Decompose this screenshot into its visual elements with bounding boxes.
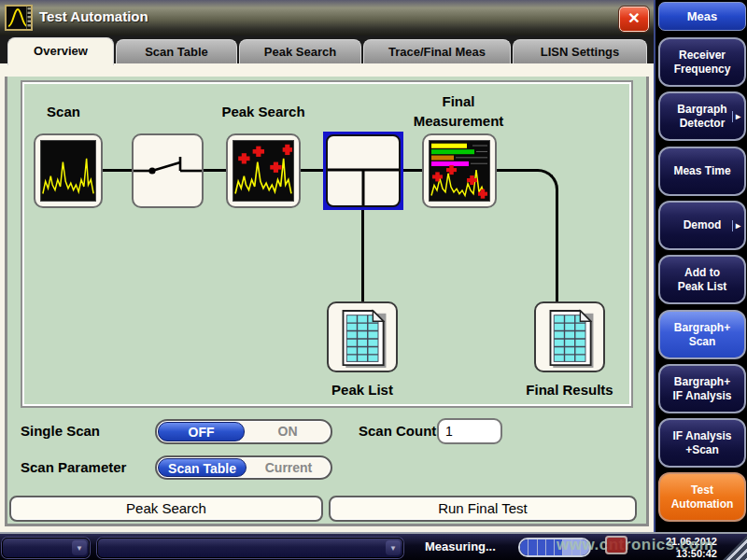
date-time: 21.06.2012 13:50:42 xyxy=(666,536,717,560)
final-results-block[interactable] xyxy=(534,301,605,372)
progress-segment xyxy=(546,539,555,555)
peak-search-button[interactable]: Peak Search xyxy=(9,496,323,522)
peak-list-label: Peak List xyxy=(306,380,418,399)
progress-segment xyxy=(555,539,563,555)
test-automation-window: Test Automation ✕ Overview Scan Table Pe… xyxy=(0,0,747,560)
flow-line-to-peak-list xyxy=(361,208,364,301)
table-document-icon xyxy=(336,307,392,371)
resize-grip[interactable] xyxy=(723,536,747,560)
scan-parameter-label: Scan Parameter xyxy=(21,459,126,475)
softkey-add-to-peak-list[interactable]: Add to Peak List xyxy=(658,255,746,304)
progress-segment xyxy=(581,539,589,555)
submenu-arrow-icon: ▸ xyxy=(732,111,740,122)
softkey-bargraph-detector[interactable]: Bargraph Detector ▸ xyxy=(658,91,746,141)
progress-segment xyxy=(520,539,529,555)
peak-search-trace-icon xyxy=(233,140,294,202)
window-title: Test Automation xyxy=(39,8,148,24)
date-text: 21.06.2012 xyxy=(666,536,717,548)
switch-block[interactable] xyxy=(132,133,204,208)
run-final-test-button[interactable]: Run Final Test xyxy=(329,496,637,522)
peak-list-block[interactable] xyxy=(327,301,398,372)
single-scan-toggle: OFF ON xyxy=(155,419,332,444)
final-results-label: Final Results xyxy=(504,380,635,399)
softkey-sidebar: Meas Receiver Frequency Bargraph Detecto… xyxy=(654,0,747,532)
switch-icon xyxy=(134,135,202,206)
tab-scan-table[interactable]: Scan Table xyxy=(116,39,237,63)
status-bar: ▼ ▼ Measuring... 21.06.2012 13:50:42 xyxy=(0,532,747,560)
softkey-menu-title: Meas xyxy=(658,2,746,31)
tab-lisn-settings[interactable]: LISN Settings xyxy=(513,39,647,63)
scan-trace-icon xyxy=(40,140,96,202)
chevron-down-icon: ▼ xyxy=(386,540,401,555)
single-scan-off-option[interactable]: OFF xyxy=(158,422,245,441)
tab-overview[interactable]: Overview xyxy=(7,37,114,65)
single-scan-on-option[interactable]: ON xyxy=(246,422,330,441)
progress-segment xyxy=(572,539,581,555)
softkey-bargraph-if-analysis[interactable]: Bargraph+ IF Analysis xyxy=(658,364,746,413)
flow-line xyxy=(202,169,228,172)
softkey-demod[interactable]: Demod ▸ xyxy=(658,201,746,250)
close-icon: ✕ xyxy=(627,10,640,26)
time-text: 13:50:42 xyxy=(666,548,717,560)
scan-parameter-toggle: Scan Table Current xyxy=(155,455,332,480)
progress-segment xyxy=(563,539,571,555)
junction-block-frame xyxy=(326,134,401,207)
flow-line-corner xyxy=(526,169,558,214)
scan-parameter-current-option[interactable]: Current xyxy=(247,458,330,477)
chevron-down-icon: ▼ xyxy=(72,540,87,555)
single-scan-label: Single Scan xyxy=(21,423,100,439)
tab-trace-final-meas[interactable]: Trace/Final Meas xyxy=(363,39,511,63)
softkey-meas-time[interactable]: Meas Time xyxy=(658,147,746,196)
app-spectrum-icon xyxy=(5,4,33,32)
progress-segment xyxy=(538,539,546,555)
scan-count-input[interactable] xyxy=(437,418,502,444)
peak-search-block[interactable] xyxy=(226,133,301,208)
status-dropdown-center[interactable]: ▼ xyxy=(97,538,403,558)
final-measurement-screen-icon xyxy=(429,140,490,202)
softkey-if-analysis-scan[interactable]: IF Analysis +Scan xyxy=(658,418,746,468)
scan-count-label: Scan Count xyxy=(359,423,436,439)
scan-parameter-scan-table-option[interactable]: Scan Table xyxy=(158,458,247,477)
softkey-bargraph-scan[interactable]: Bargraph+ Scan xyxy=(658,310,746,359)
close-button[interactable]: ✕ xyxy=(619,7,649,32)
tab-peak-search[interactable]: Peak Search xyxy=(239,39,361,63)
submenu-arrow-icon: ▸ xyxy=(732,220,740,231)
flow-line xyxy=(495,169,528,172)
progress-segment xyxy=(529,539,537,555)
scan-label: Scan xyxy=(26,102,101,121)
junction-lines-icon xyxy=(328,136,399,205)
measurement-status-text: Measuring... xyxy=(425,539,496,553)
softkey-test-automation[interactable]: Test Automation xyxy=(658,472,746,522)
flow-line xyxy=(101,169,134,172)
peak-search-label: Peak Search xyxy=(198,102,329,121)
final-measurement-label: Final Measurement xyxy=(393,91,524,131)
junction-block-selected[interactable] xyxy=(323,132,403,210)
softkey-receiver-frequency[interactable]: Receiver Frequency xyxy=(658,37,746,87)
flow-line-to-final-results xyxy=(556,211,558,301)
progress-bar xyxy=(518,538,591,557)
scan-block[interactable] xyxy=(34,133,103,208)
table-document-icon xyxy=(543,307,599,371)
title-bar: Test Automation ✕ xyxy=(0,0,654,35)
status-dropdown-left[interactable]: ▼ xyxy=(2,538,90,558)
tab-strip: Overview Scan Table Peak Search Trace/Fi… xyxy=(0,35,654,63)
final-measurement-block[interactable] xyxy=(422,133,497,208)
